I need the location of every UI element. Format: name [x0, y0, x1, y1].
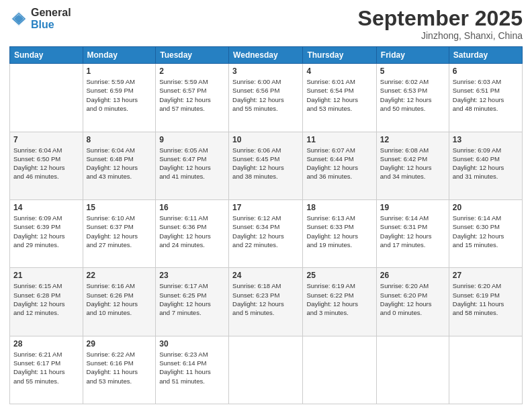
calendar-cell — [376, 336, 449, 404]
day-info: Sunrise: 6:14 AMSunset: 6:30 PMDaylight:… — [453, 214, 519, 249]
calendar-cell: 10Sunrise: 6:06 AMSunset: 6:45 PMDayligh… — [229, 132, 303, 199]
day-number: 22 — [87, 271, 152, 280]
calendar-cell: 17Sunrise: 6:12 AMSunset: 6:34 PMDayligh… — [229, 199, 303, 267]
day-info: Sunrise: 6:13 AMSunset: 6:33 PMDaylight:… — [306, 214, 372, 249]
day-info: Sunrise: 6:05 AMSunset: 6:47 PMDaylight:… — [159, 146, 225, 181]
calendar-cell: 15Sunrise: 6:10 AMSunset: 6:37 PMDayligh… — [83, 199, 156, 267]
day-info: Sunrise: 6:22 AMSunset: 6:16 PMDaylight:… — [87, 350, 152, 385]
day-number: 12 — [380, 135, 445, 144]
calendar-cell: 1Sunrise: 5:59 AMSunset: 6:59 PMDaylight… — [83, 64, 156, 132]
day-number: 7 — [13, 135, 79, 144]
day-number: 15 — [87, 203, 152, 212]
calendar-cell: 29Sunrise: 6:22 AMSunset: 6:16 PMDayligh… — [83, 336, 156, 404]
week-row-3: 14Sunrise: 6:09 AMSunset: 6:39 PMDayligh… — [10, 199, 523, 267]
day-number: 26 — [380, 271, 445, 280]
day-info: Sunrise: 6:00 AMSunset: 6:56 PMDaylight:… — [232, 77, 299, 113]
day-number: 2 — [159, 66, 225, 76]
calendar-cell — [229, 336, 303, 404]
day-number: 16 — [159, 203, 225, 212]
calendar-cell: 12Sunrise: 6:08 AMSunset: 6:42 PMDayligh… — [376, 132, 449, 199]
day-info: Sunrise: 6:23 AMSunset: 6:14 PMDaylight:… — [159, 350, 225, 385]
calendar-cell: 27Sunrise: 6:20 AMSunset: 6:19 PMDayligh… — [449, 268, 522, 336]
calendar-cell — [303, 336, 376, 404]
calendar-cell — [449, 336, 522, 404]
day-info: Sunrise: 6:06 AMSunset: 6:45 PMDaylight:… — [232, 146, 299, 181]
calendar-cell: 4Sunrise: 6:01 AMSunset: 6:54 PMDaylight… — [303, 64, 376, 132]
weekday-header-row: SundayMondayTuesdayWednesdayThursdayFrid… — [10, 47, 523, 64]
day-number: 6 — [453, 66, 519, 76]
logo-icon — [9, 9, 28, 28]
logo-blue: Blue — [31, 19, 71, 31]
calendar-cell: 16Sunrise: 6:11 AMSunset: 6:36 PMDayligh… — [156, 199, 229, 267]
day-info: Sunrise: 6:18 AMSunset: 6:23 PMDaylight:… — [232, 281, 299, 317]
calendar-cell: 7Sunrise: 6:04 AMSunset: 6:50 PMDaylight… — [10, 132, 83, 199]
calendar-cell: 5Sunrise: 6:02 AMSunset: 6:53 PMDaylight… — [376, 64, 449, 132]
weekday-header-tuesday: Tuesday — [156, 47, 229, 64]
title-block: September 2025 Jinzhong, Shanxi, China — [358, 7, 523, 41]
day-info: Sunrise: 6:21 AMSunset: 6:17 PMDaylight:… — [13, 350, 79, 385]
week-row-1: 1Sunrise: 5:59 AMSunset: 6:59 PMDaylight… — [10, 64, 523, 132]
calendar-cell: 14Sunrise: 6:09 AMSunset: 6:39 PMDayligh… — [10, 199, 83, 267]
day-number: 10 — [232, 135, 299, 144]
day-info: Sunrise: 6:08 AMSunset: 6:42 PMDaylight:… — [380, 146, 445, 181]
calendar-cell: 9Sunrise: 6:05 AMSunset: 6:47 PMDaylight… — [156, 132, 229, 199]
calendar-cell: 2Sunrise: 5:59 AMSunset: 6:57 PMDaylight… — [156, 64, 229, 132]
calendar-cell: 18Sunrise: 6:13 AMSunset: 6:33 PMDayligh… — [303, 199, 376, 267]
day-info: Sunrise: 6:03 AMSunset: 6:51 PMDaylight:… — [453, 77, 519, 113]
day-number: 14 — [13, 203, 79, 212]
logo: General Blue — [9, 7, 71, 30]
day-number: 20 — [453, 203, 519, 212]
day-number: 29 — [87, 339, 152, 349]
day-number: 28 — [13, 339, 79, 349]
weekday-header-saturday: Saturday — [449, 47, 522, 64]
page: General Blue September 2025 Jinzhong, Sh… — [0, 0, 532, 411]
weekday-header-friday: Friday — [376, 47, 449, 64]
week-row-2: 7Sunrise: 6:04 AMSunset: 6:50 PMDaylight… — [10, 132, 523, 199]
day-number: 25 — [306, 271, 372, 280]
weekday-header-wednesday: Wednesday — [229, 47, 303, 64]
week-row-4: 21Sunrise: 6:15 AMSunset: 6:28 PMDayligh… — [10, 268, 523, 336]
day-info: Sunrise: 6:16 AMSunset: 6:26 PMDaylight:… — [87, 281, 152, 317]
calendar-cell: 22Sunrise: 6:16 AMSunset: 6:26 PMDayligh… — [83, 268, 156, 336]
calendar-cell: 11Sunrise: 6:07 AMSunset: 6:44 PMDayligh… — [303, 132, 376, 199]
day-info: Sunrise: 6:20 AMSunset: 6:19 PMDaylight:… — [453, 281, 519, 317]
logo-general: General — [31, 7, 71, 19]
day-info: Sunrise: 5:59 AMSunset: 6:59 PMDaylight:… — [87, 77, 152, 113]
day-number: 1 — [87, 66, 152, 76]
day-number: 17 — [232, 203, 299, 212]
week-row-5: 28Sunrise: 6:21 AMSunset: 6:17 PMDayligh… — [10, 336, 523, 404]
day-number: 19 — [380, 203, 445, 212]
day-info: Sunrise: 6:04 AMSunset: 6:48 PMDaylight:… — [87, 146, 152, 181]
day-info: Sunrise: 6:09 AMSunset: 6:39 PMDaylight:… — [13, 214, 79, 249]
weekday-header-thursday: Thursday — [303, 47, 376, 64]
day-number: 4 — [306, 66, 372, 76]
calendar-cell — [10, 64, 83, 132]
weekday-header-sunday: Sunday — [10, 47, 83, 64]
calendar-cell: 13Sunrise: 6:09 AMSunset: 6:40 PMDayligh… — [449, 132, 522, 199]
calendar-cell: 6Sunrise: 6:03 AMSunset: 6:51 PMDaylight… — [449, 64, 522, 132]
day-info: Sunrise: 6:09 AMSunset: 6:40 PMDaylight:… — [453, 146, 519, 181]
calendar-cell: 28Sunrise: 6:21 AMSunset: 6:17 PMDayligh… — [10, 336, 83, 404]
day-info: Sunrise: 6:04 AMSunset: 6:50 PMDaylight:… — [13, 146, 79, 181]
day-number: 8 — [87, 135, 152, 144]
day-number: 21 — [13, 271, 79, 280]
day-info: Sunrise: 6:07 AMSunset: 6:44 PMDaylight:… — [306, 146, 372, 181]
location: Jinzhong, Shanxi, China — [358, 30, 523, 41]
day-number: 5 — [380, 66, 445, 76]
weekday-header-monday: Monday — [83, 47, 156, 64]
day-info: Sunrise: 6:12 AMSunset: 6:34 PMDaylight:… — [232, 214, 299, 249]
day-number: 30 — [159, 339, 225, 349]
calendar-table: SundayMondayTuesdayWednesdayThursdayFrid… — [9, 46, 523, 404]
day-number: 9 — [159, 135, 225, 144]
calendar-cell: 19Sunrise: 6:14 AMSunset: 6:31 PMDayligh… — [376, 199, 449, 267]
day-number: 13 — [453, 135, 519, 144]
calendar-cell: 23Sunrise: 6:17 AMSunset: 6:25 PMDayligh… — [156, 268, 229, 336]
day-number: 18 — [306, 203, 372, 212]
day-number: 11 — [306, 135, 372, 144]
day-info: Sunrise: 6:01 AMSunset: 6:54 PMDaylight:… — [306, 77, 372, 113]
calendar-cell: 3Sunrise: 6:00 AMSunset: 6:56 PMDaylight… — [229, 64, 303, 132]
day-info: Sunrise: 6:19 AMSunset: 6:22 PMDaylight:… — [306, 281, 372, 317]
day-number: 27 — [453, 271, 519, 280]
day-number: 3 — [232, 66, 299, 76]
day-number: 23 — [159, 271, 225, 280]
